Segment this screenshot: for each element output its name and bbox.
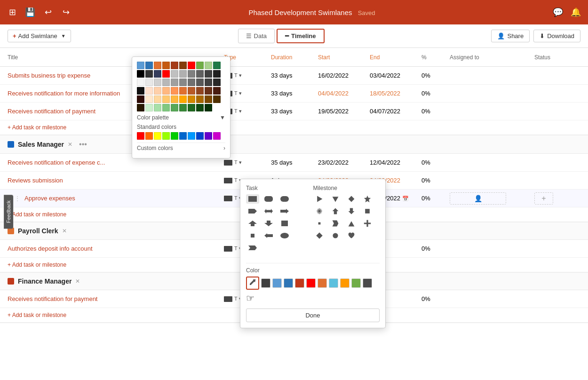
comment-icon[interactable]: 💬	[551, 6, 564, 19]
type-dropdown[interactable]: T ▾	[234, 108, 242, 114]
shape-right-arrow2[interactable]	[278, 206, 291, 216]
color-swatch[interactable]	[179, 79, 187, 86]
task-title[interactable]: Reviews submission	[8, 177, 224, 184]
milestone-plus[interactable]	[361, 219, 374, 228]
color-swatch[interactable]	[171, 79, 178, 86]
color-swatch[interactable]	[162, 87, 170, 95]
undo-icon[interactable]: ↩	[41, 6, 55, 19]
shape-rounded-rect[interactable]	[262, 194, 275, 204]
standard-color-swatch[interactable]	[162, 132, 170, 140]
add-task-button[interactable]: + Add task or milestone	[0, 120, 588, 135]
task-title[interactable]: Authorizes deposit info account	[8, 245, 224, 252]
color-swatch[interactable]	[205, 95, 212, 103]
color-swatch[interactable]	[137, 62, 144, 69]
cursor-pointer-icon[interactable]: ☞	[246, 293, 380, 304]
add-swimlane-button[interactable]: + Add Swimlane ▼	[8, 30, 71, 42]
color-swatch[interactable]	[179, 104, 187, 111]
type-dropdown[interactable]: T ▾	[234, 72, 242, 79]
shape-color-swatch[interactable]	[272, 278, 282, 288]
tab-data[interactable]: ☰ Data	[238, 29, 275, 43]
color-swatch[interactable]	[171, 62, 178, 69]
swimlane-close-button[interactable]: ✕	[62, 228, 67, 234]
task-type[interactable]: T ▾	[224, 72, 271, 79]
done-button[interactable]: Done	[246, 309, 380, 322]
grid-icon[interactable]: ⊞	[6, 6, 19, 19]
color-swatch[interactable]	[188, 87, 195, 95]
swimlane-close-button[interactable]: ✕	[68, 141, 72, 148]
color-swatch[interactable]	[145, 95, 153, 103]
color-swatch[interactable]	[196, 87, 204, 95]
color-swatch[interactable]	[205, 87, 212, 95]
shape-arrow-right[interactable]	[246, 206, 259, 216]
color-swatch[interactable]	[154, 62, 161, 69]
task-title[interactable]: Receives notification of expense c...	[8, 159, 224, 166]
swimlane-close-button[interactable]: ✕	[75, 278, 80, 285]
milestone-diamond2[interactable]	[313, 231, 326, 240]
color-swatch[interactable]	[171, 70, 178, 78]
color-swatch[interactable]	[205, 70, 212, 78]
milestone-heart[interactable]	[345, 231, 358, 240]
color-swatch[interactable]	[205, 62, 212, 69]
milestone-diamond[interactable]	[345, 194, 358, 204]
palette-header[interactable]: Color palette ▼	[137, 114, 225, 121]
type-dropdown[interactable]: T ▾	[234, 159, 242, 166]
color-swatch[interactable]	[213, 79, 221, 86]
milestone-down-arrow[interactable]	[345, 206, 358, 216]
color-swatch[interactable]	[162, 79, 170, 86]
color-swatch[interactable]	[145, 79, 153, 86]
color-swatch[interactable]	[154, 87, 161, 95]
color-swatch[interactable]	[196, 62, 204, 69]
milestone-up-arrow[interactable]	[329, 206, 342, 216]
milestone-gear[interactable]	[313, 206, 326, 216]
shape-color-swatch[interactable]	[363, 278, 372, 288]
status-add-button[interactable]: +	[534, 192, 553, 205]
color-swatch[interactable]	[205, 104, 212, 111]
color-swatch[interactable]	[188, 104, 195, 111]
color-swatch[interactable]	[188, 79, 195, 86]
color-swatch[interactable]	[179, 62, 187, 69]
shape-down-arrow[interactable]	[262, 219, 275, 228]
shape-color-swatch[interactable]	[329, 278, 338, 288]
color-swatch[interactable]	[162, 95, 170, 103]
color-swatch[interactable]	[154, 79, 161, 86]
shape-chevron[interactable]	[246, 243, 259, 253]
standard-color-swatch[interactable]	[154, 132, 161, 140]
milestone-triangle-down[interactable]	[329, 194, 342, 204]
shape-color-swatch[interactable]	[340, 278, 350, 288]
custom-colors-row[interactable]: Custom colors ›	[137, 142, 225, 153]
redo-icon[interactable]: ↪	[59, 6, 72, 19]
color-swatch[interactable]	[137, 70, 144, 78]
color-swatch[interactable]	[137, 104, 144, 111]
shape-pill[interactable]	[278, 194, 291, 204]
task-title[interactable]: Approve expenses	[24, 195, 75, 202]
color-swatch[interactable]	[137, 79, 144, 86]
swimlane-more-button[interactable]: •••	[79, 140, 87, 149]
color-swatch[interactable]	[162, 104, 170, 111]
shape-double-arrow[interactable]	[262, 206, 275, 216]
color-swatch[interactable]	[162, 62, 170, 69]
color-swatch[interactable]	[171, 104, 178, 111]
shape-rectangle[interactable]	[246, 194, 259, 204]
standard-color-swatch[interactable]	[145, 132, 153, 140]
shape-color-swatch[interactable]	[318, 278, 327, 288]
color-swatch[interactable]	[213, 95, 221, 103]
download-button[interactable]: ⬇ Download	[533, 30, 580, 42]
color-swatch[interactable]	[179, 95, 187, 103]
color-swatch[interactable]	[137, 87, 144, 95]
color-swatch[interactable]	[145, 87, 153, 95]
save-icon[interactable]: 💾	[24, 6, 37, 19]
standard-color-swatch[interactable]	[196, 132, 204, 140]
color-swatch[interactable]	[196, 104, 204, 111]
color-swatch[interactable]	[213, 70, 221, 78]
standard-color-swatch[interactable]	[179, 132, 187, 140]
milestone-square[interactable]	[361, 206, 374, 216]
color-swatch[interactable]	[213, 62, 221, 69]
color-swatch[interactable]	[213, 87, 221, 95]
tab-timeline[interactable]: ━ Timeline	[277, 29, 325, 43]
standard-color-swatch[interactable]	[137, 132, 144, 140]
task-type[interactable]: T ▾	[224, 108, 271, 114]
shape-color-swatch[interactable]	[351, 278, 361, 288]
color-swatch[interactable]	[162, 70, 170, 78]
standard-color-swatch[interactable]	[188, 132, 195, 140]
shape-color-swatch[interactable]	[261, 278, 270, 288]
